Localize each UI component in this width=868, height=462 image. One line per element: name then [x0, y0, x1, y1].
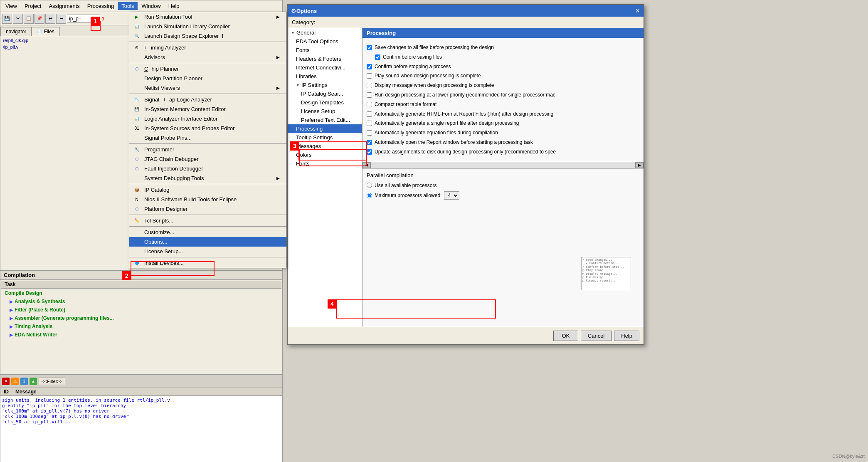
tab-navigator-label: navigator — [6, 29, 26, 35]
project-name-input[interactable] — [67, 15, 100, 23]
scroll-right[interactable]: ▶ — [635, 162, 644, 168]
checkbox-compact[interactable] — [367, 102, 372, 107]
tab-navigator[interactable]: navigator — [0, 27, 32, 36]
processors-select[interactable]: 1 2 3 4 8 — [444, 191, 459, 200]
tree-expand-general: ▼ — [291, 31, 295, 35]
tab-files[interactable]: 📄 Files — [32, 27, 59, 36]
toolbar-paste[interactable]: 📌 — [35, 14, 44, 24]
menu-assignments[interactable]: Assignments — [45, 2, 83, 10]
menu-design-partition[interactable]: Design Partition Planner — [129, 74, 286, 83]
menu-programmer[interactable]: 🔧 Programmer — [129, 145, 286, 154]
menu-nios[interactable]: N Nios II Software Build Tools for Eclip… — [129, 195, 286, 204]
checkbox-update-assignments[interactable] — [367, 149, 372, 155]
tree-libraries[interactable]: Libraries — [288, 72, 362, 81]
help-button[interactable]: Help — [614, 331, 639, 341]
tree-processing[interactable]: Processing — [288, 124, 362, 133]
menu-signal-tap[interactable]: 📉 Signal Tap Logic Analyzer — [129, 95, 286, 104]
task-analysis[interactable]: ▶Analysis & Synthesis — [1, 298, 281, 305]
toolbar-save[interactable]: 💾 — [2, 14, 12, 24]
setting-lower-priority: Run design processing at a lower priorit… — [367, 90, 639, 100]
warning-icon: ⚠ — [11, 378, 19, 385]
checkbox-confirm-saving[interactable] — [375, 54, 380, 60]
task-fitter[interactable]: ▶Fitter (Place & Route) — [1, 306, 281, 314]
scroll-left[interactable]: ◀ — [362, 162, 371, 168]
toolbar-copy[interactable]: 📋 — [24, 14, 34, 24]
checkbox-save-changes[interactable] — [367, 45, 372, 50]
toolbar-undo[interactable]: ↩ — [45, 14, 55, 24]
menu-license-setup[interactable]: License Setup... — [129, 247, 286, 256]
checkbox-open-report[interactable] — [367, 140, 372, 145]
tree-tooltip[interactable]: Tooltip Settings — [288, 133, 362, 142]
menu-logic-analyzer[interactable]: 📊 Logic Analyzer Interface Editor — [129, 114, 286, 124]
menu-launch-sim-lib[interactable]: 📊 Launch Simulation Library Compiler — [129, 22, 286, 31]
timing-icon: ⏱ — [133, 44, 141, 51]
cancel-button[interactable]: Cancel — [581, 331, 612, 341]
radio-all-processors: Use all available processors — [367, 181, 639, 190]
task-assembler[interactable]: ▶Assembler (Generate programming files..… — [1, 314, 281, 322]
menu-processing[interactable]: Processing — [84, 2, 117, 10]
tree-ip-settings[interactable]: ▼ IP Settings — [288, 81, 362, 89]
menu-tools[interactable]: Tools — [118, 2, 137, 10]
tree-license-setup[interactable]: License Setup — [288, 107, 362, 116]
menu-options[interactable]: Options... — [129, 237, 286, 247]
menu-jtag[interactable]: ⬡ JTAG Chain Debugger — [129, 154, 286, 164]
label-play-sound: Play sound when design processing is com… — [375, 72, 481, 79]
task-eda[interactable]: ▶EDA Netlist Writer — [1, 331, 281, 338]
menu-chip-planner[interactable]: ⬡ Chip Planner — [129, 64, 286, 74]
menu-run-simulation[interactable]: ▶ Run Simulation Tool ▶ — [129, 12, 286, 22]
checkbox-equation[interactable] — [367, 130, 372, 136]
checkbox-confirm-stopping[interactable] — [367, 64, 372, 69]
advisors-arrow: ▶ — [276, 55, 280, 59]
menu-timing-analyzer[interactable]: ⏱ Timing Analyzer — [129, 43, 286, 52]
radio-max-processors-input[interactable] — [367, 193, 372, 198]
menu-netlist-viewers[interactable]: Netlist Viewers ▶ — [129, 83, 286, 93]
menu-platform-designer[interactable]: ⬡ Platform Designer — [129, 204, 286, 214]
task-timing[interactable]: ▶Timing Analysis — [1, 323, 281, 330]
radio-all-processors-input[interactable] — [367, 183, 372, 188]
checkbox-display-msg[interactable] — [367, 83, 372, 88]
menu-window[interactable]: Window — [138, 2, 164, 10]
menu-system-debug[interactable]: System Debugging Tools ▶ — [129, 173, 286, 183]
tree-messages[interactable]: ▼ Messages — [288, 142, 362, 151]
filter-button[interactable]: <<Filter>> — [39, 378, 65, 385]
tree-fonts[interactable]: Fonts — [288, 46, 362, 54]
tree-eda-tool[interactable]: EDA Tool Options — [288, 37, 362, 46]
menu-advisors[interactable]: Advisors ▶ — [129, 52, 286, 62]
menu-view[interactable]: View — [2, 2, 20, 10]
menu-sources-probes[interactable]: 01 In-System Sources and Probes Editor — [129, 124, 286, 133]
task-compile-design[interactable]: Compile Design — [1, 289, 281, 297]
thumbnail-content: ✓ Save changes... ✓ Confirm before... ✓ … — [582, 257, 631, 284]
tree-headers[interactable]: Headers & Footers — [288, 54, 362, 63]
menu-customize[interactable]: Customize... — [129, 227, 286, 237]
tree-general[interactable]: ▼ General — [288, 28, 362, 37]
menu-launch-dse[interactable]: 🔍 Launch Design Space Explorer II — [129, 31, 286, 41]
menu-install-devices[interactable]: 🔷 Install Devices... — [129, 258, 286, 268]
h-scrollbar[interactable]: ◀ ▶ — [362, 162, 644, 168]
tab-files-label: Files — [44, 29, 54, 35]
setting-confirm-saving: Confirm before saving files — [367, 52, 639, 62]
toolbar-redo[interactable]: ↪ — [56, 14, 66, 24]
menu-help[interactable]: Help — [165, 2, 183, 10]
dialog-close-button[interactable]: ✕ — [635, 7, 640, 14]
checkbox-single-report[interactable] — [367, 121, 372, 126]
checkbox-play-sound[interactable] — [367, 73, 372, 79]
tcl-icon: ✏️ — [133, 217, 141, 224]
menu-memory-editor[interactable]: 💾 In-System Memory Content Editor — [129, 104, 286, 114]
checkbox-lower-priority[interactable] — [367, 92, 372, 98]
checkbox-html-report[interactable] — [367, 111, 372, 117]
system-debug-arrow: ▶ — [276, 176, 280, 180]
tree-fonts-msg[interactable]: Fonts — [288, 159, 362, 168]
toolbar-cut[interactable]: ✂ — [13, 14, 23, 24]
menu-project[interactable]: Project — [21, 2, 44, 10]
tree-colors[interactable]: Colors — [288, 151, 362, 159]
menu-fault-injection[interactable]: ⬡ Fault Injection Debugger — [129, 164, 286, 173]
tree-design-templates[interactable]: Design Templates — [288, 98, 362, 107]
play-icon-3: ▶ — [10, 316, 13, 321]
tree-ip-catalog[interactable]: IP Catalog Sear... — [288, 89, 362, 98]
ok-button[interactable]: OK — [553, 331, 578, 341]
tree-preferred-text[interactable]: Preferred Text Edit... — [288, 116, 362, 124]
menu-tcl-scripts[interactable]: ✏️ Tcl Scripts... — [129, 216, 286, 225]
tree-internet[interactable]: Internet Connectivi... — [288, 63, 362, 72]
menu-signal-probe[interactable]: Signal Probe Pins... — [129, 133, 286, 143]
menu-ip-catalog[interactable]: 📦 IP Catalog — [129, 185, 286, 195]
